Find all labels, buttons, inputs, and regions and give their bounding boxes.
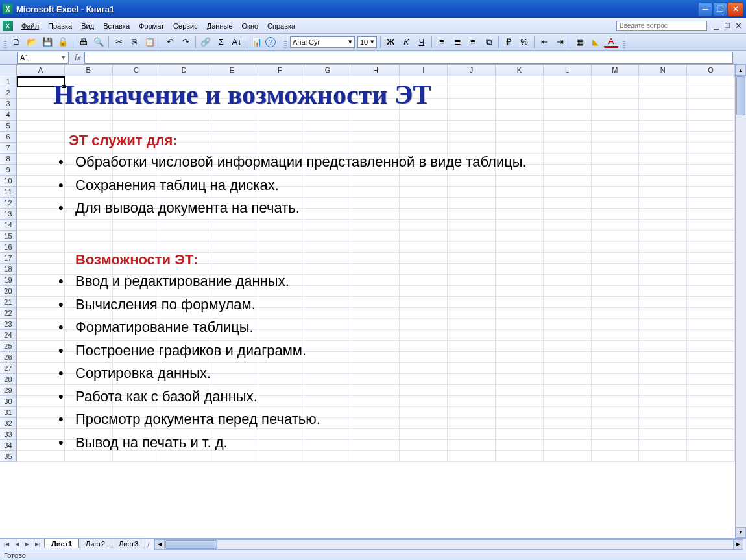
- cell[interactable]: [65, 253, 113, 264]
- cell[interactable]: [352, 220, 400, 231]
- name-box[interactable]: A1▾: [17, 52, 69, 64]
- column-header[interactable]: G: [304, 65, 352, 76]
- row-header[interactable]: 18: [0, 264, 17, 275]
- cell[interactable]: [113, 154, 161, 165]
- cell[interactable]: [65, 176, 113, 187]
- cell[interactable]: [639, 363, 687, 374]
- cell[interactable]: [160, 264, 208, 275]
- cell[interactable]: [160, 99, 208, 110]
- cell[interactable]: [687, 308, 735, 319]
- cell[interactable]: [544, 176, 592, 187]
- cell[interactable]: [448, 385, 496, 396]
- cell[interactable]: [639, 99, 687, 110]
- cell[interactable]: [496, 407, 544, 418]
- cell[interactable]: [400, 330, 448, 341]
- cell[interactable]: [544, 231, 592, 242]
- cell[interactable]: [17, 198, 65, 209]
- font-name-combo[interactable]: Arial Cyr ▾: [290, 36, 355, 48]
- cell[interactable]: [592, 396, 640, 407]
- cell[interactable]: [304, 341, 352, 352]
- cell[interactable]: [17, 440, 65, 451]
- row-header[interactable]: 4: [0, 110, 17, 121]
- cell[interactable]: [687, 352, 735, 363]
- cell[interactable]: [639, 143, 687, 154]
- row-header[interactable]: 13: [0, 209, 17, 220]
- cell[interactable]: [496, 154, 544, 165]
- cell[interactable]: [65, 341, 113, 352]
- menu-tools[interactable]: Сервис: [169, 20, 202, 32]
- cell[interactable]: [304, 88, 352, 99]
- cell[interactable]: [687, 76, 735, 88]
- cell[interactable]: [400, 132, 448, 143]
- cell[interactable]: [17, 374, 65, 385]
- cell[interactable]: [496, 242, 544, 253]
- cell[interactable]: [17, 143, 65, 154]
- cell[interactable]: [400, 440, 448, 451]
- cell[interactable]: [256, 319, 304, 330]
- cell[interactable]: [113, 341, 161, 352]
- cell[interactable]: [304, 429, 352, 440]
- tab-last-icon[interactable]: ▶|: [32, 539, 43, 550]
- row-header[interactable]: 17: [0, 253, 17, 264]
- cell[interactable]: [592, 385, 640, 396]
- cell[interactable]: [592, 330, 640, 341]
- cell[interactable]: [304, 363, 352, 374]
- row-header[interactable]: 28: [0, 374, 17, 385]
- cell[interactable]: [208, 286, 256, 297]
- cell[interactable]: [592, 407, 640, 418]
- indent-decrease-icon[interactable]: ⇤: [537, 35, 551, 49]
- toolbar-grip[interactable]: [4, 36, 6, 49]
- chart-icon[interactable]: 📊: [250, 35, 264, 49]
- cell[interactable]: [17, 176, 65, 187]
- cell[interactable]: [448, 440, 496, 451]
- cell[interactable]: [304, 407, 352, 418]
- cell[interactable]: [448, 110, 496, 121]
- font-color-icon[interactable]: A: [604, 36, 618, 48]
- cell[interactable]: [208, 253, 256, 264]
- row-header[interactable]: 25: [0, 341, 17, 352]
- cell[interactable]: [113, 132, 161, 143]
- cell[interactable]: [448, 209, 496, 220]
- autosum-icon[interactable]: Σ: [214, 35, 228, 49]
- cell[interactable]: [208, 76, 256, 88]
- cell[interactable]: [544, 319, 592, 330]
- cell[interactable]: [304, 242, 352, 253]
- cell[interactable]: [400, 418, 448, 429]
- row-header[interactable]: 6: [0, 132, 17, 143]
- cell[interactable]: [113, 319, 161, 330]
- cell[interactable]: [208, 176, 256, 187]
- cell[interactable]: [208, 363, 256, 374]
- cell[interactable]: [496, 253, 544, 264]
- cell[interactable]: [639, 231, 687, 242]
- cell[interactable]: [208, 264, 256, 275]
- cell[interactable]: [400, 352, 448, 363]
- cell[interactable]: [496, 110, 544, 121]
- cell[interactable]: [448, 242, 496, 253]
- cell[interactable]: [592, 319, 640, 330]
- cell[interactable]: [592, 451, 640, 462]
- cell[interactable]: [65, 165, 113, 176]
- cell[interactable]: [496, 187, 544, 198]
- cell[interactable]: [256, 451, 304, 462]
- cell[interactable]: [304, 165, 352, 176]
- cell[interactable]: [687, 264, 735, 275]
- cell[interactable]: [304, 110, 352, 121]
- cell[interactable]: [496, 396, 544, 407]
- cell[interactable]: [496, 88, 544, 99]
- cell[interactable]: [352, 231, 400, 242]
- cell[interactable]: [496, 220, 544, 231]
- row-header[interactable]: 2: [0, 88, 17, 99]
- row-header[interactable]: 27: [0, 363, 17, 374]
- cell[interactable]: [208, 374, 256, 385]
- cell[interactable]: [160, 385, 208, 396]
- doc-control-icon[interactable]: X: [3, 21, 13, 31]
- cell[interactable]: [687, 341, 735, 352]
- cell[interactable]: [17, 407, 65, 418]
- cell[interactable]: [639, 220, 687, 231]
- cell[interactable]: [496, 319, 544, 330]
- cell[interactable]: [160, 76, 208, 88]
- cell[interactable]: [592, 341, 640, 352]
- cell[interactable]: [544, 242, 592, 253]
- sort-icon[interactable]: A↓: [230, 35, 244, 49]
- cell[interactable]: [352, 363, 400, 374]
